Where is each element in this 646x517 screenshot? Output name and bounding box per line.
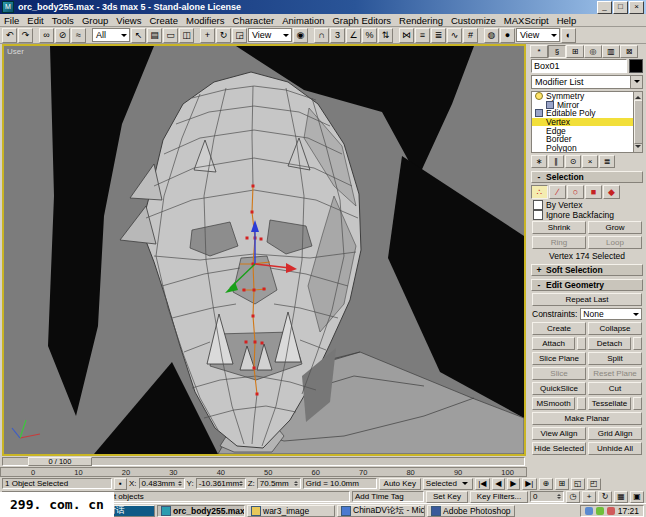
material-editor-icon[interactable]: ◍ bbox=[484, 28, 499, 43]
snap-toggle-icon[interactable]: 3 bbox=[330, 28, 345, 43]
stack-scrollbar[interactable] bbox=[633, 92, 642, 152]
create-button[interactable]: Create bbox=[532, 322, 586, 335]
zoom-extents-icon[interactable]: ◱ bbox=[571, 478, 585, 490]
align-icon[interactable]: ≡ bbox=[415, 28, 430, 43]
unhide-all-button[interactable]: Unhide All bbox=[588, 442, 642, 455]
time-slider-handle[interactable]: 0 / 100 bbox=[28, 457, 92, 466]
detach-button[interactable]: Detach bbox=[588, 337, 631, 350]
attach-button[interactable]: Attach bbox=[532, 337, 575, 350]
y-coordinate-field[interactable]: -10.361mm bbox=[196, 478, 246, 489]
menu-graph-editors[interactable]: Graph Editors bbox=[328, 15, 395, 26]
spinner[interactable] bbox=[239, 479, 243, 488]
element-mode-icon[interactable]: ◆ bbox=[603, 185, 620, 199]
go-to-start-icon[interactable]: |◀ bbox=[475, 478, 490, 490]
bind-spacewarp-icon[interactable]: ≈ bbox=[71, 28, 86, 43]
key-mode-dropdown[interactable]: Selected bbox=[423, 478, 473, 490]
schematic-view-icon[interactable]: # bbox=[463, 28, 478, 43]
edge-mode-icon[interactable]: ∕ bbox=[549, 185, 566, 199]
shrink-button[interactable]: Shrink bbox=[532, 221, 586, 234]
z-coordinate-field[interactable]: 70.5mm bbox=[257, 478, 301, 489]
slice-plane-button[interactable]: Slice Plane bbox=[532, 352, 586, 365]
time-slider[interactable]: 0 / 100 bbox=[0, 456, 527, 467]
zoom-extents-all-icon[interactable]: ▦ bbox=[614, 491, 628, 503]
manipulate-icon[interactable]: ∩ bbox=[314, 28, 329, 43]
spinner[interactable] bbox=[294, 479, 298, 488]
attach-settings-button[interactable] bbox=[577, 337, 586, 350]
menu-create[interactable]: Create bbox=[145, 15, 182, 26]
modifier-bulb-icon[interactable] bbox=[535, 92, 543, 100]
repeat-last-button[interactable]: Repeat Last bbox=[532, 293, 642, 306]
x-coordinate-field[interactable]: 0.483mm bbox=[139, 478, 185, 489]
cut-button[interactable]: Cut bbox=[588, 382, 642, 395]
arc-rotate-icon[interactable]: ↻ bbox=[598, 491, 612, 503]
angle-snap-icon[interactable]: ∠ bbox=[346, 28, 361, 43]
modifier-list-dropdown[interactable]: Modifier List bbox=[531, 75, 643, 89]
grow-button[interactable]: Grow bbox=[588, 221, 642, 234]
spinner-snap-icon[interactable]: ⇅ bbox=[378, 28, 393, 43]
spinner[interactable] bbox=[557, 492, 561, 501]
minimize-button[interactable]: _ bbox=[597, 1, 612, 14]
track-bar[interactable]: 0 10 20 30 40 50 60 70 80 90 100 bbox=[0, 467, 527, 477]
scroll-down-icon[interactable] bbox=[635, 145, 641, 151]
quick-render-icon[interactable]: ◐ bbox=[561, 28, 576, 43]
time-config-icon[interactable]: ◷ bbox=[566, 491, 580, 503]
configure-modifier-icon[interactable]: ≣ bbox=[599, 155, 615, 168]
pan-icon[interactable]: + bbox=[582, 491, 596, 503]
move-icon[interactable]: + bbox=[200, 28, 215, 43]
menu-views[interactable]: Views bbox=[112, 15, 145, 26]
hide-selected-button[interactable]: Hide Selected bbox=[532, 442, 586, 455]
stack-item-element[interactable]: Element bbox=[532, 152, 642, 153]
object-name-field[interactable]: Box01 bbox=[531, 59, 627, 73]
previous-frame-icon[interactable]: ◀ bbox=[492, 478, 505, 490]
soft-selection-rollout-header[interactable]: + Soft Selection bbox=[531, 264, 643, 276]
mirror-icon[interactable]: ⋈ bbox=[399, 28, 414, 43]
unlink-icon[interactable]: ⊘ bbox=[55, 28, 70, 43]
scroll-thumb[interactable] bbox=[634, 100, 643, 144]
border-mode-icon[interactable]: ○ bbox=[567, 185, 584, 199]
select-link-icon[interactable]: ∞ bbox=[39, 28, 54, 43]
select-by-name-icon[interactable]: ▤ bbox=[147, 28, 162, 43]
key-filters-button[interactable]: Key Filters... bbox=[470, 491, 528, 503]
zoom-region-icon[interactable]: ◰ bbox=[587, 478, 601, 490]
show-end-result-icon[interactable]: ∥ bbox=[548, 155, 564, 168]
undo-icon[interactable]: ↶ bbox=[2, 28, 17, 43]
menu-customize[interactable]: Customize bbox=[447, 15, 500, 26]
quickslice-button[interactable]: QuickSlice bbox=[532, 382, 586, 395]
use-pivot-icon[interactable]: ◉ bbox=[293, 28, 308, 43]
scale-icon[interactable]: ◲ bbox=[232, 28, 247, 43]
redo-icon[interactable]: ↷ bbox=[18, 28, 33, 43]
maximize-button[interactable]: □ bbox=[613, 1, 628, 14]
region-rect-icon[interactable]: ▭ bbox=[163, 28, 178, 43]
remove-modifier-icon[interactable]: × bbox=[582, 155, 598, 168]
current-frame-field[interactable]: 0 bbox=[530, 491, 564, 502]
vertex-mode-icon[interactable]: ∴ bbox=[531, 185, 548, 199]
menu-group[interactable]: Group bbox=[78, 15, 112, 26]
maximize-viewport-icon[interactable]: ▣ bbox=[630, 491, 644, 503]
add-time-tag[interactable]: Add Time Tag bbox=[352, 491, 424, 502]
detach-settings-button[interactable] bbox=[633, 337, 642, 350]
ignore-backfacing-checkbox[interactable]: Ignore Backfacing bbox=[528, 210, 646, 220]
stack-item-symmetry[interactable]: Symmetry bbox=[532, 92, 642, 101]
selection-rollout-header[interactable]: - Selection bbox=[531, 171, 643, 183]
zoom-icon[interactable]: ⊕ bbox=[539, 478, 553, 490]
taskbar-item-folder[interactable]: war3_image bbox=[247, 505, 335, 517]
zoom-all-icon[interactable]: ⊞ bbox=[555, 478, 569, 490]
edit-geometry-rollout-header[interactable]: - Edit Geometry bbox=[531, 279, 643, 291]
crossing-toggle-icon[interactable]: ◫ bbox=[179, 28, 194, 43]
menu-modifiers[interactable]: Modifiers bbox=[182, 15, 229, 26]
object-color-swatch[interactable] bbox=[629, 59, 643, 73]
view-align-button[interactable]: View Align bbox=[532, 427, 586, 440]
render-type-dropdown[interactable]: View bbox=[516, 28, 560, 42]
utilities-tab-icon[interactable]: ⊠ bbox=[620, 45, 638, 58]
taskbar-item-3dsmax[interactable]: orc_body255.max... bbox=[157, 505, 245, 517]
spinner[interactable] bbox=[178, 479, 182, 488]
tray-ime-icon[interactable] bbox=[607, 507, 615, 515]
menu-rendering[interactable]: Rendering bbox=[395, 15, 447, 26]
viewport-canvas[interactable] bbox=[4, 46, 524, 454]
scroll-up-icon[interactable] bbox=[635, 93, 641, 99]
menu-edit[interactable]: Edit bbox=[23, 15, 47, 26]
select-object-icon[interactable]: ↖ bbox=[131, 28, 146, 43]
menu-maxscript[interactable]: MAXScript bbox=[500, 15, 553, 26]
reference-coordsys-dropdown[interactable]: View bbox=[248, 28, 292, 42]
by-vertex-checkbox[interactable]: By Vertex bbox=[528, 200, 646, 210]
